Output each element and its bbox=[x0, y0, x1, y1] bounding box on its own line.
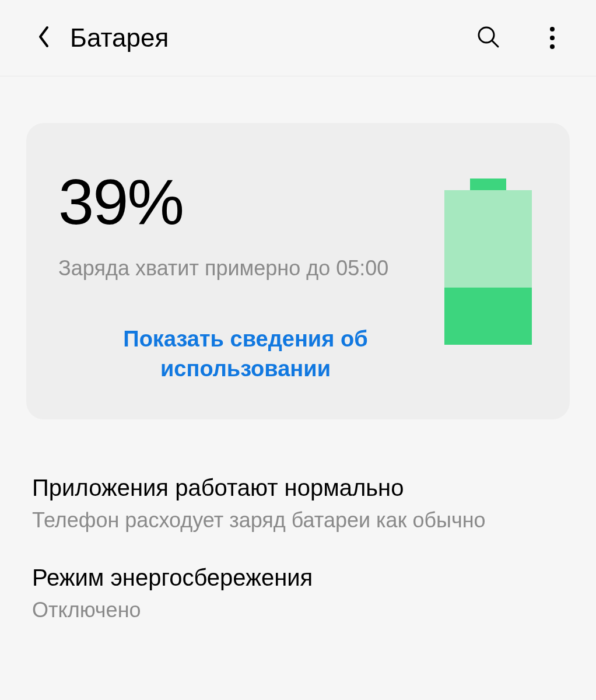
search-icon bbox=[476, 25, 500, 51]
more-button[interactable] bbox=[538, 23, 567, 52]
battery-percent: 39% bbox=[58, 170, 433, 234]
battery-icon bbox=[444, 178, 532, 345]
search-button[interactable] bbox=[474, 23, 503, 52]
header-actions bbox=[474, 23, 567, 52]
battery-info: 39% Заряда хватит примерно до 05:00 Пока… bbox=[58, 170, 433, 384]
battery-estimate: Заряда хватит примерно до 05:00 bbox=[58, 256, 433, 281]
content: 39% Заряда хватит примерно до 05:00 Пока… bbox=[0, 76, 596, 654]
chevron-left-icon bbox=[36, 25, 51, 51]
more-vertical-icon bbox=[550, 27, 555, 49]
settings-item-title: Приложения работают нормально bbox=[32, 475, 564, 501]
battery-visual bbox=[444, 170, 538, 384]
page-title: Батарея bbox=[70, 23, 474, 52]
usage-details-link[interactable]: Показать сведения об использовании bbox=[88, 324, 403, 384]
settings-item-subtitle: Телефон расходует заряд батареи как обыч… bbox=[32, 508, 564, 533]
settings-item-title: Режим энергосбережения bbox=[32, 565, 564, 591]
power-saving-item[interactable]: Режим энергосбережения Отключено bbox=[32, 565, 564, 654]
apps-status-item[interactable]: Приложения работают нормально Телефон ра… bbox=[32, 475, 564, 565]
settings-item-subtitle: Отключено bbox=[32, 598, 564, 622]
header: Батарея bbox=[0, 0, 596, 76]
battery-status-card: 39% Заряда хватит примерно до 05:00 Пока… bbox=[26, 123, 570, 419]
svg-line-1 bbox=[492, 41, 498, 47]
settings-list: Приложения работают нормально Телефон ра… bbox=[26, 419, 570, 654]
back-button[interactable] bbox=[29, 23, 58, 52]
